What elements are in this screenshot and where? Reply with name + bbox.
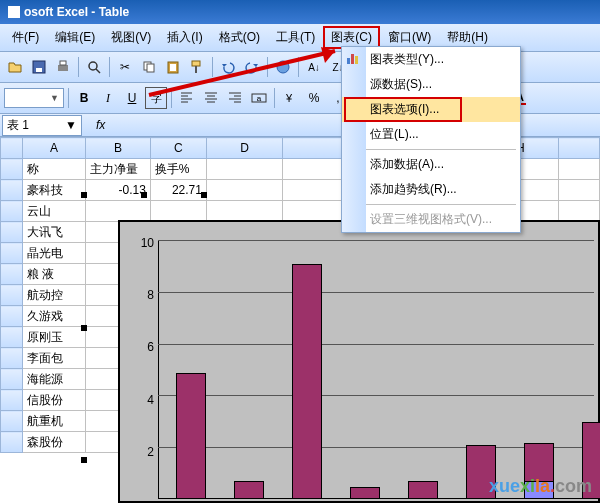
currency-icon[interactable]: ¥	[279, 87, 301, 109]
embedded-chart[interactable]: 10 8 6 4 2	[118, 220, 600, 503]
svg-rect-39	[351, 54, 354, 64]
chart-bar[interactable]	[234, 481, 264, 499]
col-header[interactable]	[559, 138, 600, 159]
align-right-icon[interactable]	[224, 87, 246, 109]
bold-button[interactable]: B	[73, 87, 95, 109]
chart-bar[interactable]	[408, 481, 438, 499]
open-icon[interactable]	[4, 56, 26, 78]
col-header-D[interactable]: D	[206, 138, 282, 159]
menu-format[interactable]: 格式(O)	[211, 26, 268, 49]
menu-tools[interactable]: 工具(T)	[268, 26, 323, 49]
cell[interactable]: 大讯飞	[22, 222, 86, 243]
cell[interactable]: 粮 液	[22, 264, 86, 285]
print-icon[interactable]	[52, 56, 74, 78]
cell[interactable]: 森股份	[22, 432, 86, 453]
save-icon[interactable]	[28, 56, 50, 78]
chevron-down-icon[interactable]: ▼	[65, 118, 77, 132]
svg-rect-40	[355, 56, 358, 64]
name-box[interactable]: 表 1 ▼	[2, 115, 82, 136]
svg-rect-38	[347, 58, 350, 64]
paste-icon[interactable]	[162, 56, 184, 78]
menu-location[interactable]: 位置(L)...	[342, 122, 520, 147]
cell[interactable]: 豪科技	[22, 180, 86, 201]
col-header-B[interactable]: B	[86, 138, 150, 159]
cell[interactable]: 云山	[22, 201, 86, 222]
chart-bar[interactable]	[176, 373, 206, 499]
svg-line-5	[96, 69, 100, 73]
svg-rect-3	[60, 61, 66, 65]
search-icon[interactable]	[83, 56, 105, 78]
font-size-select[interactable]: ▼	[4, 88, 64, 108]
menu-source-data[interactable]: 源数据(S)...	[342, 72, 520, 97]
underline-button[interactable]: U	[121, 87, 143, 109]
select-all-corner[interactable]	[1, 138, 23, 159]
menu-insert[interactable]: 插入(I)	[159, 26, 210, 49]
align-center-icon[interactable]	[200, 87, 222, 109]
menu-add-data[interactable]: 添加数据(A)...	[342, 152, 520, 177]
y-axis-labels: 10 8 6 4 2	[126, 236, 154, 497]
chart-plot-area[interactable]	[158, 240, 594, 499]
cell[interactable]: 晶光电	[22, 243, 86, 264]
svg-rect-2	[58, 65, 68, 71]
cell[interactable]: 李面包	[22, 348, 86, 369]
svg-rect-7	[147, 64, 154, 72]
redo-icon[interactable]	[241, 56, 263, 78]
title-bar: osoft Excel - Table	[0, 0, 600, 24]
svg-rect-10	[192, 61, 200, 66]
undo-icon[interactable]	[217, 56, 239, 78]
svg-text:a: a	[257, 94, 262, 103]
menu-file[interactable]: 件(F)	[4, 26, 47, 49]
hyperlink-icon[interactable]	[272, 56, 294, 78]
chart-type-icon	[345, 50, 361, 66]
menu-chart-type[interactable]: 图表类型(Y)...	[342, 47, 520, 72]
menu-3d-view: 设置三维视图格式(V)...	[342, 207, 520, 232]
cell[interactable]: 信股份	[22, 390, 86, 411]
chinese-format-button[interactable]: 字	[145, 87, 167, 109]
cell[interactable]: 航重机	[22, 411, 86, 432]
col-header-C[interactable]: C	[150, 138, 206, 159]
cut-icon[interactable]: ✂	[114, 56, 136, 78]
italic-button[interactable]: I	[97, 87, 119, 109]
percent-icon[interactable]: %	[303, 87, 325, 109]
chart-menu-dropdown: 图表类型(Y)... 源数据(S)... 图表选项(I)... 位置(L)...…	[341, 46, 521, 233]
menu-edit[interactable]: 编辑(E)	[47, 26, 103, 49]
chart-bar[interactable]	[350, 487, 380, 499]
menu-add-trendline[interactable]: 添加趋势线(R)...	[342, 177, 520, 202]
fx-label[interactable]: fx	[96, 118, 105, 132]
name-box-value: 表 1	[7, 117, 29, 134]
cell[interactable]: 主力净量	[86, 159, 150, 180]
svg-text:¥: ¥	[285, 92, 293, 104]
cell[interactable]: 航动控	[22, 285, 86, 306]
cell[interactable]: 原刚玉	[22, 327, 86, 348]
cell[interactable]: 换手%	[150, 159, 206, 180]
menu-view[interactable]: 视图(V)	[103, 26, 159, 49]
svg-rect-9	[170, 64, 176, 71]
svg-rect-1	[36, 68, 42, 72]
format-painter-icon[interactable]	[186, 56, 208, 78]
chart-bar[interactable]	[292, 264, 322, 499]
merge-cells-icon[interactable]: a	[248, 87, 270, 109]
app-title: osoft Excel - Table	[24, 5, 129, 19]
align-left-icon[interactable]	[176, 87, 198, 109]
svg-point-12	[277, 61, 289, 73]
menu-chart-options[interactable]: 图表选项(I)...	[342, 97, 520, 122]
col-header-A[interactable]: A	[22, 138, 86, 159]
cell[interactable]: 久游戏	[22, 306, 86, 327]
cell[interactable]: 称	[22, 159, 86, 180]
sort-asc-icon[interactable]: A↓	[303, 56, 325, 78]
copy-icon[interactable]	[138, 56, 160, 78]
svg-point-4	[89, 62, 97, 70]
watermark: xuexila.com	[489, 476, 592, 497]
app-icon	[8, 6, 20, 18]
cell[interactable]: 海能源	[22, 369, 86, 390]
